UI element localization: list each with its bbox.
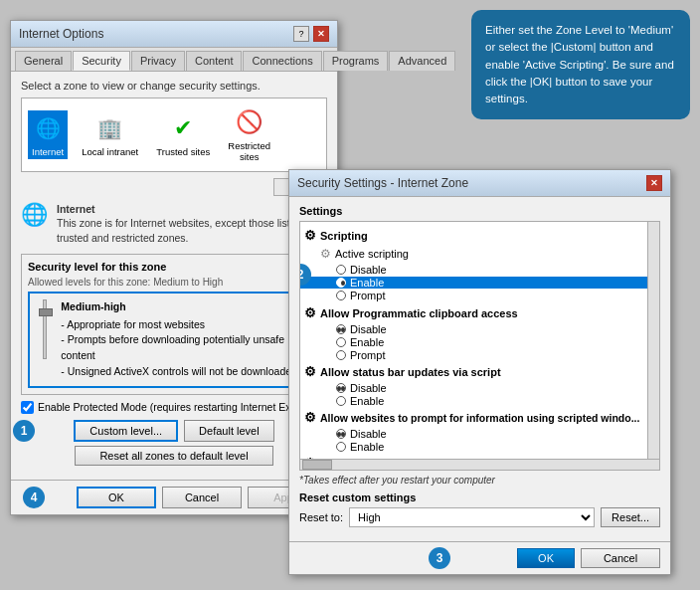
level-bullet-3: - Unsigned ActiveX controls will not be … xyxy=(61,364,312,380)
tab-security[interactable]: Security xyxy=(73,51,130,71)
cancel-button[interactable]: Cancel xyxy=(162,487,242,508)
radio-statusbar-disable xyxy=(336,383,346,393)
zone-info-description: This zone is for Internet websites, exce… xyxy=(57,217,312,244)
restricted-sites-icon: 🚫 xyxy=(234,106,265,138)
security-settings-titlebar: Security Settings - Internet Zone ✕ xyxy=(289,170,670,197)
slider-thumb xyxy=(39,308,53,316)
zone-local-intranet[interactable]: 🏢 Local intranet xyxy=(78,110,142,159)
security-settings-title: Security Settings - Internet Zone xyxy=(297,176,468,190)
clipboard-enable-label: Enable xyxy=(350,336,384,348)
level-buttons-row: 1 Custom level... Default level xyxy=(21,420,327,442)
tree-statusbar: ⚙ Allow status bar updates via script xyxy=(300,362,659,381)
sites-row: Sites xyxy=(21,178,327,196)
security-ok-button[interactable]: OK xyxy=(517,548,575,568)
clipboard-disable-label: Disable xyxy=(350,323,387,335)
security-level-box: Medium-high - Appropriate for most websi… xyxy=(28,292,320,388)
radio-prompt-info-enable xyxy=(336,442,346,452)
zone-trusted-sites[interactable]: ✔ Trusted sites xyxy=(152,110,214,159)
custom-level-button[interactable]: Custom level... xyxy=(74,420,178,442)
zone-restricted-sites-label: Restrictedsites xyxy=(228,140,270,163)
zone-internet-label: Internet xyxy=(32,146,64,157)
zone-local-intranet-label: Local intranet xyxy=(82,146,138,157)
prompt-info-enable-label: Enable xyxy=(350,441,384,453)
zones-area: 🌐 Internet 🏢 Local intranet ✔ Trusted si… xyxy=(21,98,327,172)
scrollbar-vertical[interactable] xyxy=(647,222,659,459)
zone-info-text: Internet This zone is for Internet websi… xyxy=(57,202,327,246)
statusbar-disable[interactable]: Disable xyxy=(300,382,659,394)
xss-icon: ⚙ xyxy=(304,456,316,460)
zone-internet[interactable]: 🌐 Internet xyxy=(28,110,68,159)
statusbar-icon: ⚙ xyxy=(304,364,316,379)
scripting-label: Scripting xyxy=(320,230,368,242)
ok-button[interactable]: OK xyxy=(77,487,156,508)
settings-tree[interactable]: 2 ⚙ Scripting ⚙ Active scripting Disable xyxy=(299,221,660,460)
tab-privacy[interactable]: Privacy xyxy=(131,51,185,71)
level-text: Medium-high - Appropriate for most websi… xyxy=(61,299,312,380)
protected-mode-label: Enable Protected Mode (requires restarti… xyxy=(38,401,321,413)
active-scripting-enable[interactable]: Enable xyxy=(300,277,659,289)
security-level-section: Security level for this zone Allowed lev… xyxy=(21,254,327,395)
radio-clipboard-disable xyxy=(336,324,346,334)
tab-programs[interactable]: Programs xyxy=(323,51,389,71)
tree-clipboard: ⚙ Allow Programmatic clipboard access xyxy=(300,303,659,322)
security-slider[interactable] xyxy=(36,299,53,359)
active-scripting-label: Active scripting xyxy=(335,248,409,260)
tab-general[interactable]: General xyxy=(15,51,72,71)
prompt-info-disable[interactable]: Disable xyxy=(300,428,659,440)
tab-content[interactable]: Content xyxy=(186,51,243,71)
close-button[interactable]: ✕ xyxy=(313,26,329,42)
trusted-sites-icon: ✔ xyxy=(167,112,199,144)
statusbar-label: Allow status bar updates via script xyxy=(320,366,501,378)
tab-connections[interactable]: Connections xyxy=(243,51,321,71)
reset-all-zones-button[interactable]: Reset all zones to default level xyxy=(75,446,273,466)
reset-section: Reset custom settings Reset to: High Med… xyxy=(299,492,660,527)
radio-prompt-info-disable xyxy=(336,429,346,439)
internet-icon: 🌐 xyxy=(32,112,64,144)
security-settings-bottom: 3 OK Cancel xyxy=(289,541,670,574)
clipboard-prompt-label: Prompt xyxy=(350,349,385,361)
radio-statusbar-enable xyxy=(336,396,346,406)
security-settings-dialog: Security Settings - Internet Zone ✕ Sett… xyxy=(288,169,671,575)
radio-clipboard-enable xyxy=(336,337,346,347)
security-cancel-button[interactable]: Cancel xyxy=(581,548,660,568)
xss-label: Enable XSS filter xyxy=(320,458,408,461)
radio-prompt xyxy=(336,291,346,300)
statusbar-enable-label: Enable xyxy=(350,395,384,407)
default-level-button[interactable]: Default level xyxy=(184,420,274,442)
security-settings-close[interactable]: ✕ xyxy=(646,175,662,191)
prompt-info-icon: ⚙ xyxy=(304,410,316,425)
zone-info: 🌐 Internet This zone is for Internet web… xyxy=(21,202,327,246)
note-text: *Takes effect after you restart your com… xyxy=(299,475,660,486)
zone-restricted-sites[interactable]: 🚫 Restrictedsites xyxy=(224,104,274,165)
zone-info-icon: 🌐 xyxy=(21,202,49,230)
level-bullet-2: - Prompts before downloading potentially… xyxy=(61,332,312,364)
scroll-thumb-h xyxy=(302,460,332,470)
reset-to-select[interactable]: High Medium Low xyxy=(349,507,595,527)
clipboard-disable[interactable]: Disable xyxy=(300,323,659,335)
reset-button[interactable]: Reset... xyxy=(601,507,660,527)
disable-label: Disable xyxy=(350,264,387,276)
radio-enable xyxy=(336,278,346,288)
statusbar-enable[interactable]: Enable xyxy=(300,395,659,407)
scripting-icon: ⚙ xyxy=(304,228,316,243)
reset-all-row: Reset all zones to default level xyxy=(21,446,327,466)
help-button[interactable]: ? xyxy=(293,26,309,42)
protected-mode-checkbox[interactable] xyxy=(21,401,34,414)
zone-trusted-sites-label: Trusted sites xyxy=(156,146,210,157)
internet-options-title: Internet Options xyxy=(19,27,103,41)
clipboard-prompt[interactable]: Prompt xyxy=(300,349,659,361)
step-3-circle: 3 xyxy=(429,547,450,569)
internet-options-titlebar: Internet Options ? ✕ xyxy=(11,21,337,48)
step-1-circle: 1 xyxy=(13,420,35,442)
security-level-title: Security level for this zone xyxy=(28,261,320,273)
active-scripting-prompt[interactable]: Prompt xyxy=(300,290,659,301)
scrollbar-horizontal[interactable] xyxy=(299,459,660,471)
level-name: Medium-high xyxy=(61,299,312,315)
clipboard-enable[interactable]: Enable xyxy=(300,336,659,348)
prompt-info-enable[interactable]: Enable xyxy=(300,441,659,453)
tree-xss: ⚙ Enable XSS filter xyxy=(300,454,659,460)
active-scripting-disable[interactable]: Disable xyxy=(300,264,659,276)
tab-advanced[interactable]: Advanced xyxy=(389,51,455,71)
tooltip-bubble: Either set the Zone Level to 'Medium' or… xyxy=(471,10,690,119)
radio-disable xyxy=(336,265,346,275)
